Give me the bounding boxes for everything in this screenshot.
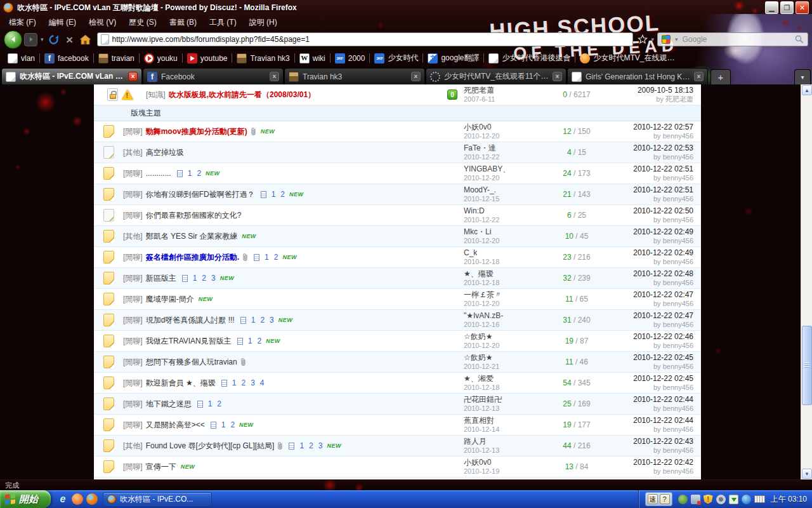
page-link[interactable]: 2 — [241, 378, 246, 387]
topic-author-link[interactable]: Win:D — [464, 206, 547, 216]
tab-close-icon[interactable] — [694, 72, 704, 81]
topic-title-link[interactable]: ............ — [146, 169, 171, 178]
new-tab-button[interactable] — [710, 69, 731, 84]
last-post-author[interactable]: by benny456 — [606, 300, 693, 309]
reload-button[interactable] — [47, 32, 61, 46]
start-button[interactable]: 開始 — [0, 490, 51, 508]
topic-author-link[interactable]: 小妖0v0 — [464, 458, 547, 467]
tab-close-icon[interactable] — [128, 72, 138, 81]
topic-title-link[interactable]: 你地有沒睇到個FD被啊爸打過？ — [146, 189, 255, 200]
vertical-scrollbar[interactable]: ▲ ▼ — [801, 84, 812, 479]
last-post-author[interactable]: by benny456 — [606, 153, 693, 162]
last-post-author[interactable]: by benny456 — [606, 216, 693, 225]
topic-title-link[interactable]: 現加d呀爸真係讓人討厭 !!! — [146, 315, 235, 326]
page-link[interactable]: 3 — [251, 378, 255, 387]
page-link[interactable]: 1 — [232, 378, 237, 387]
page-link[interactable]: 1 — [193, 274, 197, 283]
firefox-quicklaunch-icon[interactable] — [86, 493, 98, 505]
ime-help-button[interactable]: ? — [660, 494, 670, 504]
bookmark-item[interactable]: youtube — [183, 52, 232, 65]
topic-title-link[interactable]: 又是關於高登><< — [146, 420, 205, 431]
topic-author-link[interactable]: MoodY-_. — [464, 185, 547, 195]
topic-author-link[interactable]: 路人月 — [464, 437, 547, 446]
tray-download-icon[interactable] — [729, 495, 738, 504]
menu-item[interactable]: 檢視 (V) — [82, 15, 122, 30]
tray-user-icon[interactable] — [691, 495, 700, 504]
magnifier-icon[interactable] — [795, 35, 804, 44]
topic-author-link[interactable]: 蕉直相對 — [464, 416, 547, 425]
last-post-author[interactable]: by benny456 — [606, 404, 693, 413]
page-link[interactable]: 1 — [188, 169, 192, 178]
tray-volume-icon[interactable] — [716, 495, 726, 504]
bookmark-item[interactable]: Wwiki — [296, 52, 329, 65]
menu-item[interactable]: 歷史 (S) — [122, 15, 162, 30]
topic-title-link[interactable]: Found Love 尋[少女時代][cp GL][結局] — [146, 441, 275, 451]
browser-tab[interactable]: 少女时代MTV_在线观看11个视频_… — [426, 68, 566, 84]
topic-title-link[interactable]: 新區版主 — [146, 273, 176, 284]
page-link[interactable]: 1 — [208, 399, 213, 408]
bookmark-item[interactable]: 2KF少女時代 — [370, 51, 422, 65]
topic-title-link[interactable]: 想問下有幾多個人玩travian — [146, 357, 237, 368]
close-button[interactable]: ✕ — [796, 1, 809, 14]
tray-messenger-icon[interactable] — [742, 495, 751, 504]
browser-tab[interactable]: 吹水特區 - IPvE.COM vLan 互… — [1, 68, 142, 84]
topic-title-link[interactable]: 吹水版板規,吹水前請先一看（2008/03/01） — [169, 90, 315, 100]
tab-close-icon[interactable] — [553, 72, 562, 81]
page-link[interactable]: 3 — [270, 316, 274, 324]
home-button[interactable] — [79, 32, 93, 46]
bookmark-item[interactable]: 少女时代MTV_在线观… — [576, 51, 678, 65]
last-post-author[interactable]: by benny456 — [606, 321, 693, 330]
menu-item[interactable]: 工具 (T) — [203, 15, 243, 30]
menu-item[interactable]: 檔案 (F) — [3, 15, 43, 30]
last-post-author[interactable]: by benny456 — [606, 342, 693, 351]
topic-title-link[interactable]: 簽名檔創作區推廣加分活動. — [146, 252, 239, 263]
page-link[interactable]: 2 — [280, 190, 285, 199]
bookmark-item[interactable]: vlan — [4, 52, 39, 65]
last-post-author[interactable]: by benny456 — [606, 467, 693, 476]
topic-author-link[interactable]: ☆飲奶★ — [464, 353, 547, 363]
minimize-button[interactable]: ▁ — [765, 1, 778, 14]
topic-title-link[interactable]: 宣傳一下 — [146, 462, 176, 472]
topic-author-link[interactable]: ★、殤瑷 — [464, 269, 547, 279]
menu-item[interactable]: 編輯 (E) — [43, 15, 82, 30]
history-dropdown-icon[interactable]: ▾ — [39, 36, 45, 43]
topic-title-link[interactable]: 魔域學園-簡介 — [146, 294, 194, 305]
browser-tab[interactable]: Girls' Generation 1st Hong Kong Fans … — [567, 68, 708, 84]
bookmark-item[interactable]: 2KF2000 — [331, 52, 369, 65]
last-post-author[interactable]: by 死肥老蕭 — [606, 95, 693, 104]
bookmark-item[interactable]: 少女時代香港後援會 — [485, 51, 574, 65]
topic-author-link[interactable]: FaTe・達 — [464, 144, 547, 153]
topic-author-link[interactable]: 死肥老蕭 — [464, 86, 547, 95]
topic-title-link[interactable]: 我做左TRAVIAN見習版主 — [146, 336, 232, 347]
list-all-tabs-button[interactable] — [794, 69, 811, 84]
topic-title-link[interactable]: 鄭凱名 YES Sir 企業家教練 — [146, 231, 238, 242]
topic-author-link[interactable]: C_k — [464, 248, 547, 258]
url-input[interactable] — [112, 35, 630, 44]
bookmark-item[interactable]: travian — [95, 52, 138, 65]
topic-title-link[interactable]: 你們最喜歡那個國家的文化? — [146, 210, 242, 221]
page-link[interactable]: 2 — [274, 253, 278, 262]
page-link[interactable]: 2 — [309, 441, 313, 450]
restore-button[interactable]: ❐ — [780, 1, 794, 14]
page-link[interactable]: 4 — [260, 378, 265, 387]
page-link[interactable]: 2 — [217, 399, 221, 408]
forward-button[interactable] — [24, 33, 37, 46]
tab-close-icon[interactable] — [411, 72, 421, 81]
browser-tab[interactable]: fFacebook — [143, 68, 284, 84]
page-link[interactable]: 2 — [202, 274, 206, 283]
bookmark-item[interactable]: youku — [140, 52, 181, 65]
topic-author-link[interactable]: ☆飲奶★ — [464, 332, 547, 342]
bookmark-item[interactable]: 文google翻譯 — [424, 51, 483, 65]
last-post-author[interactable]: by benny456 — [606, 258, 693, 267]
tab-close-icon[interactable] — [270, 72, 279, 81]
page-link[interactable]: 3 — [211, 274, 216, 283]
topic-author-link[interactable]: 一檸￡茶〃 — [464, 290, 547, 300]
last-post-author[interactable]: by benny456 — [606, 363, 693, 371]
last-post-author[interactable]: by benny456 — [606, 132, 693, 141]
last-post-author[interactable]: by benny456 — [606, 195, 693, 204]
last-post-author[interactable]: by benny456 — [606, 425, 693, 434]
last-post-author[interactable]: by benny456 — [606, 279, 693, 288]
page-link[interactable]: 1 — [251, 316, 256, 324]
scrollbar-thumb[interactable] — [802, 326, 812, 405]
topic-author-link[interactable]: 小妖0v0 — [464, 123, 547, 132]
